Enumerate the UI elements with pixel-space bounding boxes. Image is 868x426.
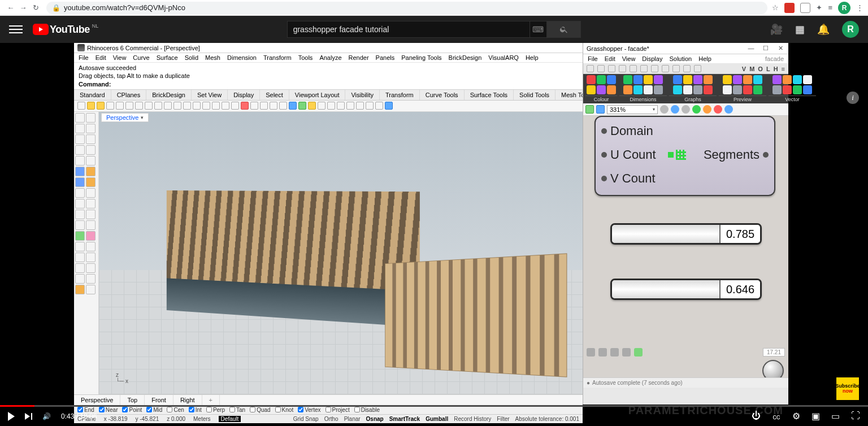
ribbon-icon[interactable] — [587, 75, 596, 84]
gh-canvas[interactable]: Domain U Count Segments V Count 0.785 — [583, 116, 788, 386]
ribbon-icon[interactable] — [683, 85, 692, 94]
ribbon-icon[interactable] — [733, 75, 742, 84]
menu-brickdesign[interactable]: BrickDesign — [449, 54, 482, 61]
ribbon-icon[interactable] — [743, 75, 752, 84]
ribbon-icon[interactable] — [803, 75, 812, 84]
node-input-domain[interactable]: Domain — [610, 124, 653, 138]
subscribe-watermark[interactable]: Subscribe now — [836, 377, 859, 400]
ribbon-icon[interactable] — [607, 85, 616, 94]
menu-surface[interactable]: Surface — [157, 54, 178, 61]
ribbon-icon[interactable] — [743, 85, 752, 94]
ribbon-icon[interactable] — [673, 85, 682, 94]
cat-L[interactable]: L — [766, 66, 770, 72]
tab-transform[interactable]: Transform — [380, 90, 420, 100]
slider-grip[interactable] — [610, 228, 611, 240]
ribbon-icon[interactable] — [723, 75, 732, 84]
ribbon-group-preview[interactable]: Preview — [719, 95, 766, 102]
viewport-label[interactable]: Perspective — [101, 113, 149, 122]
apps-icon[interactable]: ▦ — [795, 23, 805, 36]
ribbon-icon[interactable] — [597, 85, 606, 94]
open-icon[interactable] — [585, 105, 594, 114]
ribbon-icon[interactable] — [654, 85, 663, 94]
tab-set-view[interactable]: Set View — [192, 90, 228, 100]
rhino-menu-bar[interactable]: FileEditViewCurveSurfaceSolidMeshDimensi… — [74, 53, 583, 63]
reading-list-icon[interactable]: ≡ — [828, 3, 832, 12]
view-tab-perspective[interactable]: Perspective — [74, 395, 120, 405]
ribbon-icon[interactable] — [772, 75, 782, 84]
slider-grip[interactable] — [610, 284, 611, 295]
tab-select[interactable]: Select — [260, 90, 289, 100]
profile-avatar[interactable]: R — [838, 2, 850, 14]
ribbon-icon[interactable] — [793, 75, 802, 84]
autoplay-toggle[interactable]: ⏻ — [752, 411, 761, 423]
ribbon-icon[interactable] — [753, 75, 762, 84]
ribbon-icon[interactable] — [607, 75, 616, 84]
next-button[interactable] — [25, 413, 32, 420]
canvas-tool-icon[interactable] — [682, 105, 690, 114]
gh-canvas-toolbar[interactable]: 331% — [583, 103, 788, 116]
gh-menu-solution[interactable]: Solution — [669, 55, 692, 62]
ribbon-icon[interactable] — [654, 75, 663, 84]
cmd-prompt[interactable]: Command: — [79, 80, 578, 88]
account-avatar[interactable]: R — [842, 21, 859, 38]
number-slider[interactable]: 0.646 — [610, 279, 762, 300]
tab-curve-tools[interactable]: Curve Tools — [420, 90, 465, 100]
menu-mesh[interactable]: Mesh — [205, 54, 220, 61]
extension-icon[interactable] — [800, 3, 810, 13]
gh-menu-display[interactable]: Display — [642, 55, 662, 62]
address-bar[interactable]: 🔒 youtube.com/watch?v=d6QVMj-pNco — [46, 2, 767, 14]
ribbon-icon[interactable] — [772, 85, 782, 94]
ribbon-group-colour[interactable]: Colour — [585, 95, 617, 102]
cat-H[interactable]: H — [774, 66, 778, 72]
menu-transform[interactable]: Transform — [263, 54, 292, 61]
preview-orange-icon[interactable] — [703, 105, 711, 114]
number-slider[interactable]: 0.785 — [610, 223, 762, 245]
gh-menu-bar[interactable]: FileEditViewDisplaySolutionHelpfacade — [583, 54, 788, 64]
menu-visualarq[interactable]: VisualARQ — [488, 54, 519, 61]
back-button[interactable]: ← — [5, 3, 17, 12]
extensions-icon[interactable]: ✦ — [816, 3, 822, 12]
menu-panels[interactable]: Panels — [376, 54, 395, 61]
miniplayer-button[interactable]: ▣ — [811, 411, 820, 423]
menu-icon[interactable]: ⋮ — [856, 3, 863, 12]
gh-ribbon[interactable]: ColourDimensionsGraphsPreviewVector — [583, 74, 788, 103]
ribbon-icon[interactable] — [623, 85, 632, 94]
menu-analyze[interactable]: Analyze — [319, 54, 341, 61]
ribbon-icon[interactable] — [704, 75, 713, 84]
gh-menu-view[interactable]: View — [622, 55, 636, 62]
node-input-vcount[interactable]: V Count — [610, 171, 656, 186]
preview-blue-icon[interactable] — [724, 105, 733, 114]
menu-paneling-tools[interactable]: Paneling Tools — [401, 54, 441, 61]
save-icon[interactable] — [596, 105, 605, 114]
ribbon-icon[interactable] — [683, 75, 692, 84]
ribbon-icon[interactable] — [587, 85, 596, 94]
slider-grip[interactable] — [761, 228, 762, 240]
ribbon-icon[interactable] — [693, 85, 702, 94]
slider-value[interactable]: 0.785 — [719, 225, 760, 243]
view-tab-top[interactable]: Top — [120, 395, 145, 405]
ribbon-icon[interactable] — [733, 85, 742, 94]
facade-panel-model[interactable] — [385, 253, 567, 377]
tab-display[interactable]: Display — [228, 90, 260, 100]
ribbon-icon[interactable] — [673, 75, 682, 84]
ribbon-icon[interactable] — [633, 75, 643, 84]
forward-button[interactable]: → — [17, 3, 29, 12]
gh-menu-edit[interactable]: Edit — [605, 55, 615, 62]
zoom-select[interactable]: 331% — [607, 105, 658, 114]
theater-button[interactable]: ▭ — [831, 411, 840, 423]
notifications-icon[interactable]: 🔔 — [817, 23, 830, 36]
close-button[interactable]: ✕ — [776, 45, 785, 52]
ribbon-icon[interactable] — [723, 85, 732, 94]
slider-grip[interactable] — [761, 284, 762, 295]
reload-button[interactable]: ↻ — [29, 3, 42, 12]
perspective-viewport[interactable]: Perspective z└─ x — [99, 112, 583, 394]
ribbon-icon[interactable] — [597, 75, 606, 84]
menu-help[interactable]: Help — [526, 54, 539, 61]
canvas-tool-icon[interactable] — [660, 105, 669, 114]
side-toolbar[interactable] — [74, 112, 99, 394]
ribbon-group-dimensions[interactable]: Dimensions — [619, 95, 667, 102]
preview-red-icon[interactable] — [714, 105, 722, 114]
keyboard-icon[interactable]: ⌨ — [530, 21, 547, 38]
volume-button[interactable]: 🔊 — [42, 412, 51, 420]
tab-brickdesign[interactable]: BrickDesign — [146, 90, 192, 100]
